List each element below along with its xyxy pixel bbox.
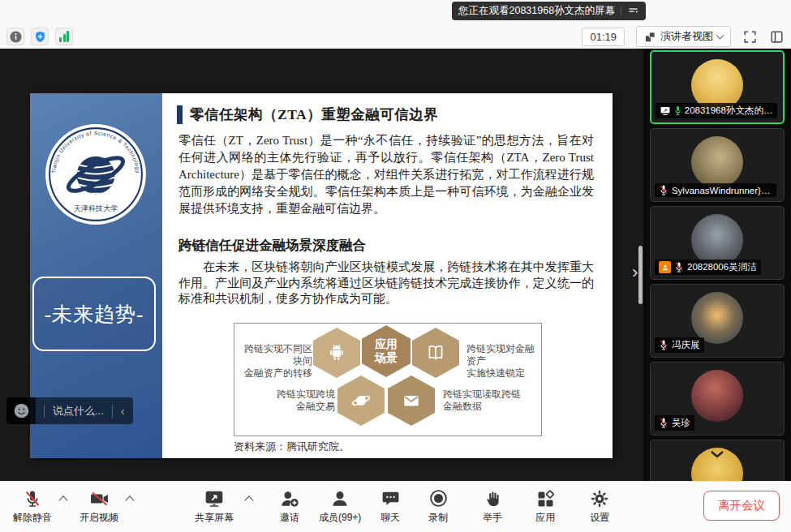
avatar — [691, 292, 743, 344]
participants-icon — [329, 487, 350, 509]
hexagon-center: 应用 场景 — [362, 325, 411, 377]
participants-panel: 20831968孙文杰的屏… SylvanasWindrunner} … — [643, 49, 791, 481]
participant-tile[interactable]: 吴珍 — [650, 362, 785, 435]
avatar — [691, 136, 743, 188]
start-video-label: 开启视频 — [80, 511, 118, 525]
slide-paragraph-1: 零信任（ZT，Zero Trust）是一种“永不信任，持续验证”的思想方法，旨在… — [178, 132, 594, 217]
chat-input-placeholder[interactable]: 说点什么... — [53, 404, 104, 418]
diagram-label-crossborder: 跨链实现跨境 金融交易 — [267, 388, 335, 413]
shield-icon — [33, 30, 47, 44]
seal-cn-text: 天津科技大学 — [74, 204, 118, 212]
view-mode-label: 演讲者视图 — [660, 29, 713, 44]
fullscreen-icon — [742, 29, 758, 45]
quick-chat-pill[interactable]: 说点什么... ‹ — [6, 397, 133, 424]
mic-muted-icon — [659, 340, 668, 350]
android-icon — [326, 342, 347, 363]
scrollbar-thumb[interactable] — [638, 246, 643, 304]
chat-bubble-icon — [380, 487, 401, 509]
diagram-center-label: 应用 场景 — [375, 337, 398, 365]
section-tab-label: -未来趋势- — [45, 301, 144, 328]
participant-tile-sharing[interactable]: 20831968孙文杰的屏… — [650, 50, 785, 124]
encryption-shield-button[interactable] — [31, 28, 49, 45]
apps-grid-icon — [535, 487, 555, 509]
chevron-down-icon — [716, 32, 724, 40]
audio-options-chevron[interactable] — [58, 496, 67, 504]
top-header: 01:19 演讲者视图 — [0, 0, 791, 49]
info-icon — [9, 30, 23, 44]
raise-hand-icon — [483, 487, 502, 509]
meeting-window: 01:19 演讲者视图 您正在观看20831968孙文杰的屏幕 — [0, 0, 791, 532]
chevron-left-icon[interactable]: ‹ — [121, 405, 125, 418]
watching-screen-banner: 您正在观看20831968孙文杰的屏幕 — [452, 2, 646, 20]
participant-tile[interactable]: 20828006吴润洁 — [650, 206, 785, 280]
record-button[interactable]: 录制 — [419, 487, 457, 525]
side-panel-icon — [769, 29, 785, 45]
camera-off-icon — [89, 487, 110, 509]
meeting-toolbar: 解除静音 开启视频 共享屏幕 — [0, 481, 791, 532]
mic-muted-icon — [23, 487, 42, 509]
diagram-label-transfer: 跨链实现不同区块间 金融资产的转移 — [238, 343, 312, 380]
participant-tile[interactable]: SylvanasWindrunner} … — [650, 128, 785, 202]
share-screen-button[interactable]: 共享屏幕 — [195, 487, 234, 525]
section-tab-future-trends: -未来趋势- — [32, 277, 156, 351]
invite-button[interactable]: 邀请 — [271, 487, 308, 525]
view-mode-button[interactable]: 演讲者视图 — [636, 26, 731, 47]
diagram-label-data: 跨链实现读取跨链 金融数据 — [443, 388, 532, 413]
participants-button[interactable]: 成员(99+) — [319, 487, 361, 525]
participant-name: 20828006吴润洁 — [687, 261, 757, 273]
record-label: 录制 — [428, 511, 448, 525]
screen-share-icon — [660, 106, 670, 116]
slide-content: 零信任架构（ZTA）重塑金融可信边界 零信任（ZT，Zero Trust）是一种… — [162, 93, 613, 458]
settings-button[interactable]: 设置 — [581, 487, 618, 525]
university-seal-logo: Tianjin University of Science & Technolo… — [44, 122, 148, 226]
mic-muted-icon — [674, 262, 684, 272]
side-panel-toggle-button[interactable] — [769, 29, 785, 45]
participant-tile[interactable]: 冯庆展 — [650, 284, 785, 358]
mic-on-icon — [673, 105, 681, 116]
participant-tile-partial[interactable] — [650, 440, 785, 481]
start-video-button[interactable]: 开启视频 — [80, 487, 118, 525]
share-screen-label: 共享屏幕 — [195, 511, 234, 525]
share-options-chevron[interactable] — [244, 496, 253, 504]
divider — [44, 405, 45, 418]
meeting-info-button[interactable] — [6, 28, 24, 45]
collapse-panel-chevron[interactable]: › — [632, 262, 638, 283]
hexagon-crossborder — [337, 375, 385, 426]
invite-label: 邀请 — [280, 511, 299, 525]
settings-label: 设置 — [590, 511, 609, 525]
apps-button[interactable]: 应用 — [527, 487, 564, 525]
hexagon-transfer — [313, 328, 360, 378]
slide-heading-2: 跨链信任促进金融场景深度融合 — [178, 237, 366, 255]
mic-muted-icon — [659, 418, 668, 428]
mic-muted-icon — [659, 185, 668, 195]
signal-bars-icon — [59, 31, 69, 42]
video-options-chevron[interactable] — [125, 496, 134, 504]
emoji-button[interactable] — [6, 397, 36, 424]
slide-paragraph-2: 在未来，区块链将朝向产业区块链模式发展，跨链技术将在其中发挥重大作用。产业间及产… — [178, 260, 594, 307]
participant-name: 20831968孙文杰的屏… — [685, 105, 773, 117]
participants-label: 成员(99+) — [319, 511, 361, 525]
connection-quality-button[interactable] — [55, 28, 73, 45]
member-badge-icon — [659, 261, 671, 273]
participant-name: 吴珍 — [672, 417, 690, 429]
mail-icon — [401, 390, 422, 411]
chat-button[interactable]: 聊天 — [372, 487, 409, 525]
fullscreen-button[interactable] — [742, 29, 758, 45]
unmute-label: 解除静音 — [13, 511, 52, 525]
application-scenarios-diagram: 应用 场景 — [234, 323, 542, 436]
participant-name: 冯庆展 — [672, 339, 700, 351]
avatar — [691, 370, 743, 422]
share-screen-icon — [204, 487, 225, 509]
meeting-timer: 01:19 — [582, 28, 625, 46]
participant-name: SylvanasWindrunner} … — [672, 186, 772, 195]
slide-source-note: 资料来源：腾讯研究院。 — [234, 440, 350, 454]
chat-label: 聊天 — [380, 511, 400, 525]
gear-icon — [590, 487, 609, 509]
banner-menu-button[interactable] — [627, 5, 639, 17]
raise-hand-button[interactable]: 举手 — [474, 487, 511, 525]
record-icon — [428, 487, 449, 509]
leave-meeting-button[interactable]: 离开会议 — [703, 491, 780, 521]
unmute-button[interactable]: 解除静音 — [13, 487, 52, 525]
divider — [621, 6, 621, 16]
scroll-down-chevron-icon[interactable] — [710, 450, 724, 458]
